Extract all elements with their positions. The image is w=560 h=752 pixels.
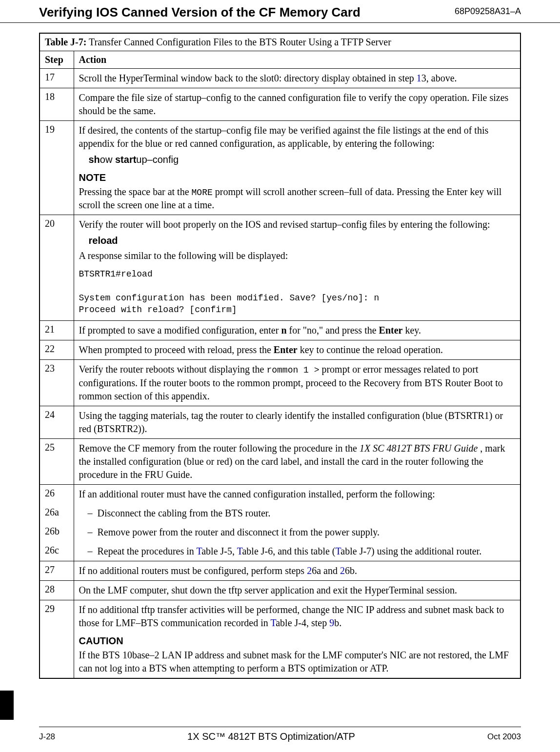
- step-number: 27: [40, 561, 74, 580]
- table-row: 21 If prompted to save a modified config…: [40, 321, 520, 340]
- action-mono: rommon 1 >: [266, 365, 319, 375]
- action-cell: – Disconnect the cabling from the BTS ro…: [74, 504, 520, 523]
- table-caption-label: Table J-7:: [45, 37, 86, 47]
- action-bold: Enter: [379, 325, 403, 336]
- dash: –: [88, 507, 93, 520]
- action-text: 6a and: [312, 565, 340, 576]
- action-column-header: Action: [74, 51, 520, 69]
- footer-page-number: J-28: [39, 732, 55, 742]
- substep-text: Disconnect the cabling from the BTS rout…: [98, 507, 271, 520]
- step-number: 19: [40, 121, 74, 215]
- content-area: Table J-7: Transfer Canned Configuration…: [0, 33, 560, 679]
- step-number: 29: [40, 600, 74, 678]
- step-number: 23: [40, 360, 74, 406]
- action-text: If no additional routers must be configu…: [79, 565, 307, 576]
- action-text: Scroll the HyperTerminal window back to …: [79, 73, 417, 83]
- table-link[interactable]: T: [336, 546, 341, 556]
- action-text: If prompted to save a modified configura…: [79, 325, 281, 336]
- action-cell: If no additional routers must be configu…: [74, 561, 520, 580]
- dash: –: [88, 545, 93, 558]
- table-row: 23 Verify the router reboots without dis…: [40, 360, 520, 406]
- table-link[interactable]: T: [196, 546, 201, 556]
- table-link[interactable]: T: [237, 546, 242, 556]
- note-mono: MORE: [192, 188, 213, 198]
- footer-date: Oct 2003: [487, 732, 521, 742]
- side-tab-letter: J: [5, 705, 11, 718]
- action-italic: 1X SC 4812T BTS FRU Guide: [360, 443, 478, 454]
- table-row: 22 When prompted to proceed with reload,…: [40, 340, 520, 360]
- cmd-part: reload: [89, 235, 118, 246]
- table-row: 18 Compare the file size of startup–conf…: [40, 88, 520, 121]
- action-cell: Compare the file size of startup–config …: [74, 88, 520, 121]
- step-link[interactable]: 2: [307, 565, 312, 576]
- action-cell: – Remove power from the router and disco…: [74, 523, 520, 542]
- step-number: 20: [40, 215, 74, 321]
- step-link[interactable]: 1: [417, 73, 421, 83]
- action-text: Verify the router reboots without displa…: [79, 364, 267, 375]
- action-cell: If an additional router must have the ca…: [74, 484, 520, 504]
- action-cell: Using the tagging materials, tag the rou…: [74, 406, 520, 438]
- action-cell: If prompted to save a modified configura…: [74, 321, 520, 340]
- table-row: 26c – Repeat the procedures in Table J-5…: [40, 542, 520, 561]
- action-text: key to continue the reload operation.: [298, 344, 443, 355]
- substep: – Disconnect the cabling from the BTS ro…: [88, 507, 516, 520]
- cmd-part: start: [115, 154, 136, 165]
- action-cell: Verify the router reboots without displa…: [74, 360, 520, 406]
- step-link[interactable]: 2: [340, 565, 345, 576]
- step-number: 26: [40, 484, 74, 504]
- note-heading: NOTE: [79, 171, 516, 184]
- text-part: able J-4, step: [276, 617, 329, 628]
- step-number: 21: [40, 321, 74, 340]
- action-cell: When prompted to proceed with reload, pr…: [74, 340, 520, 360]
- cmd-part: up–config: [136, 154, 179, 165]
- table-row: 29 If no additional tftp transfer activi…: [40, 600, 520, 678]
- action-cell: On the LMF computer, shut down the tftp …: [74, 580, 520, 600]
- text-part: able J-7) using the additional router.: [340, 546, 481, 556]
- note-text: Pressing the space bar at the MORE promp…: [79, 185, 516, 212]
- caution-heading: CAUTION: [79, 634, 516, 648]
- table-caption-text: Transfer Canned Configuration Files to t…: [86, 37, 391, 47]
- table-row: 24 Using the tagging materials, tag the …: [40, 406, 520, 438]
- step-number: 26c: [40, 542, 74, 561]
- step-number: 25: [40, 438, 74, 484]
- step-link[interactable]: 9: [329, 617, 334, 628]
- action-text: key.: [402, 325, 421, 336]
- cmd-part: sh: [89, 154, 100, 165]
- action-bold: n: [281, 325, 289, 336]
- substep: – Remove power from the router and disco…: [88, 526, 516, 539]
- caution-text: If the BTS 10base–2 LAN IP address and s…: [79, 649, 516, 675]
- action-text: Remove the CF memory from the router fol…: [79, 443, 360, 454]
- header-title: Verifying IOS Canned Version of the CF M…: [39, 5, 360, 20]
- table-caption: Table J-7: Transfer Canned Configuration…: [40, 33, 520, 51]
- action-text: for "no," and press the: [289, 325, 379, 336]
- substep-text: Repeat the procedures in Table J-5, Tabl…: [98, 545, 482, 558]
- action-text: When prompted to proceed with reload, pr…: [79, 344, 274, 355]
- action-bold: Enter: [274, 344, 298, 355]
- text-part: able J-5,: [201, 546, 237, 556]
- table-row: 27 If no additional routers must be conf…: [40, 561, 520, 580]
- action-text: 3, above.: [421, 73, 457, 83]
- action-text: 6b.: [345, 565, 357, 576]
- table-row: 26a – Disconnect the cabling from the BT…: [40, 504, 520, 523]
- step-number: 26b: [40, 523, 74, 542]
- cmd-part: ow: [100, 154, 115, 165]
- action-text: If no additional tftp transfer activitie…: [79, 603, 516, 630]
- footer-title: 1X SC™ 4812T BTS Optimization/ATP: [55, 731, 487, 742]
- dash: –: [88, 526, 93, 539]
- action-cell: If no additional tftp transfer activitie…: [74, 600, 520, 678]
- step-number: 28: [40, 580, 74, 600]
- action-cell: If desired, the contents of the startup–…: [74, 121, 520, 215]
- step-column-header: Step: [40, 51, 74, 69]
- step-number: 18: [40, 88, 74, 121]
- table-row: 17 Scroll the HyperTerminal window back …: [40, 69, 520, 88]
- text-part: able J-6, and this table (: [242, 546, 335, 556]
- action-text: Verify the router will boot properly on …: [79, 218, 516, 231]
- action-cell: – Repeat the procedures in Table J-5, Ta…: [74, 542, 520, 561]
- table-row: 28 On the LMF computer, shut down the tf…: [40, 580, 520, 600]
- procedure-table: Table J-7: Transfer Canned Configuration…: [39, 33, 521, 679]
- substep-text: Remove power from the router and disconn…: [98, 526, 380, 539]
- table-link[interactable]: T: [270, 617, 276, 628]
- action-text: If desired, the contents of the startup–…: [79, 124, 516, 150]
- response-intro: A response similar to the following will…: [79, 249, 516, 262]
- command-text: show startup–config: [89, 153, 516, 166]
